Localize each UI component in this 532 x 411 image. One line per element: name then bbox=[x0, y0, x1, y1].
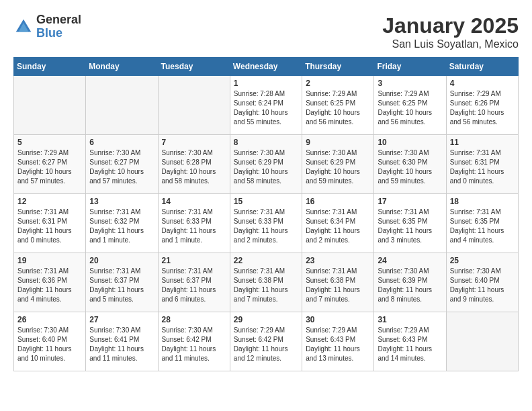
days-header-row: SundayMondayTuesdayWednesdayThursdayFrid… bbox=[14, 58, 519, 76]
day-number: 13 bbox=[89, 197, 154, 206]
calendar-cell bbox=[14, 76, 86, 135]
day-number: 23 bbox=[306, 256, 370, 265]
day-number: 31 bbox=[378, 315, 442, 324]
logo-text: General Blue bbox=[36, 13, 81, 40]
calendar-cell bbox=[86, 76, 158, 135]
calendar-cell: 13Sunrise: 7:31 AM Sunset: 6:32 PM Dayli… bbox=[86, 194, 158, 253]
calendar-cell: 8Sunrise: 7:30 AM Sunset: 6:29 PM Daylig… bbox=[230, 135, 302, 194]
day-info: Sunrise: 7:29 AM Sunset: 6:42 PM Dayligh… bbox=[234, 326, 298, 363]
day-info: Sunrise: 7:31 AM Sunset: 6:35 PM Dayligh… bbox=[378, 208, 442, 245]
day-header-tuesday: Tuesday bbox=[158, 58, 230, 76]
day-info: Sunrise: 7:30 AM Sunset: 6:29 PM Dayligh… bbox=[234, 148, 298, 186]
logo-general: General bbox=[36, 13, 81, 27]
day-number: 18 bbox=[450, 197, 515, 206]
calendar-cell: 4Sunrise: 7:29 AM Sunset: 6:26 PM Daylig… bbox=[446, 76, 518, 135]
day-number: 11 bbox=[450, 138, 515, 147]
calendar-cell: 14Sunrise: 7:31 AM Sunset: 6:33 PM Dayli… bbox=[158, 194, 230, 253]
day-number: 20 bbox=[89, 256, 154, 265]
calendar-cell: 30Sunrise: 7:29 AM Sunset: 6:43 PM Dayli… bbox=[302, 312, 374, 371]
calendar-cell: 11Sunrise: 7:31 AM Sunset: 6:31 PM Dayli… bbox=[446, 135, 518, 194]
day-header-sunday: Sunday bbox=[14, 58, 86, 76]
calendar-cell: 24Sunrise: 7:30 AM Sunset: 6:39 PM Dayli… bbox=[374, 253, 446, 312]
day-number: 15 bbox=[234, 197, 298, 206]
calendar-cell: 18Sunrise: 7:31 AM Sunset: 6:35 PM Dayli… bbox=[446, 194, 518, 253]
day-number: 17 bbox=[378, 197, 442, 206]
calendar-cell: 7Sunrise: 7:30 AM Sunset: 6:28 PM Daylig… bbox=[158, 135, 230, 194]
calendar-cell: 27Sunrise: 7:30 AM Sunset: 6:41 PM Dayli… bbox=[86, 312, 158, 371]
day-info: Sunrise: 7:31 AM Sunset: 6:33 PM Dayligh… bbox=[234, 208, 298, 245]
day-number: 21 bbox=[162, 256, 226, 265]
day-info: Sunrise: 7:30 AM Sunset: 6:28 PM Dayligh… bbox=[162, 148, 226, 186]
day-info: Sunrise: 7:30 AM Sunset: 6:27 PM Dayligh… bbox=[89, 148, 154, 186]
day-number: 25 bbox=[450, 256, 515, 265]
calendar-cell: 22Sunrise: 7:31 AM Sunset: 6:38 PM Dayli… bbox=[230, 253, 302, 312]
day-info: Sunrise: 7:29 AM Sunset: 6:27 PM Dayligh… bbox=[17, 148, 82, 186]
day-number: 22 bbox=[234, 256, 298, 265]
day-info: Sunrise: 7:31 AM Sunset: 6:31 PM Dayligh… bbox=[17, 208, 82, 245]
calendar-cell bbox=[158, 76, 230, 135]
day-info: Sunrise: 7:30 AM Sunset: 6:39 PM Dayligh… bbox=[378, 267, 442, 304]
calendar-cell: 19Sunrise: 7:31 AM Sunset: 6:36 PM Dayli… bbox=[14, 253, 86, 312]
calendar-cell: 1Sunrise: 7:28 AM Sunset: 6:24 PM Daylig… bbox=[230, 76, 302, 135]
day-header-monday: Monday bbox=[86, 58, 158, 76]
day-info: Sunrise: 7:30 AM Sunset: 6:40 PM Dayligh… bbox=[17, 326, 82, 363]
calendar-table: SundayMondayTuesdayWednesdayThursdayFrid… bbox=[13, 57, 519, 371]
calendar-cell: 31Sunrise: 7:29 AM Sunset: 6:43 PM Dayli… bbox=[374, 312, 446, 371]
calendar-cell: 9Sunrise: 7:30 AM Sunset: 6:29 PM Daylig… bbox=[302, 135, 374, 194]
day-info: Sunrise: 7:29 AM Sunset: 6:43 PM Dayligh… bbox=[306, 326, 370, 363]
day-number: 12 bbox=[17, 197, 82, 206]
title-block: January 2025 San Luis Soyatlan, Mexico bbox=[382, 13, 519, 50]
week-row-3: 12Sunrise: 7:31 AM Sunset: 6:31 PM Dayli… bbox=[14, 194, 519, 253]
day-info: Sunrise: 7:31 AM Sunset: 6:38 PM Dayligh… bbox=[306, 267, 370, 304]
day-number: 24 bbox=[378, 256, 442, 265]
day-number: 29 bbox=[234, 315, 298, 324]
calendar-cell bbox=[446, 312, 518, 371]
month-title: January 2025 bbox=[382, 13, 519, 38]
day-info: Sunrise: 7:31 AM Sunset: 6:37 PM Dayligh… bbox=[89, 267, 154, 304]
day-number: 6 bbox=[89, 138, 154, 147]
day-info: Sunrise: 7:31 AM Sunset: 6:31 PM Dayligh… bbox=[450, 148, 515, 186]
page-header: General Blue January 2025 San Luis Soyat… bbox=[13, 13, 519, 50]
calendar-cell: 6Sunrise: 7:30 AM Sunset: 6:27 PM Daylig… bbox=[86, 135, 158, 194]
day-info: Sunrise: 7:29 AM Sunset: 6:25 PM Dayligh… bbox=[378, 89, 442, 127]
day-info: Sunrise: 7:28 AM Sunset: 6:24 PM Dayligh… bbox=[234, 89, 298, 127]
calendar-cell: 25Sunrise: 7:30 AM Sunset: 6:40 PM Dayli… bbox=[446, 253, 518, 312]
week-row-1: 1Sunrise: 7:28 AM Sunset: 6:24 PM Daylig… bbox=[14, 76, 519, 135]
logo-icon bbox=[13, 17, 34, 37]
day-header-saturday: Saturday bbox=[446, 58, 518, 76]
calendar-cell: 21Sunrise: 7:31 AM Sunset: 6:37 PM Dayli… bbox=[158, 253, 230, 312]
day-info: Sunrise: 7:30 AM Sunset: 6:42 PM Dayligh… bbox=[162, 326, 226, 363]
week-row-5: 26Sunrise: 7:30 AM Sunset: 6:40 PM Dayli… bbox=[14, 312, 519, 371]
day-info: Sunrise: 7:29 AM Sunset: 6:43 PM Dayligh… bbox=[378, 326, 442, 363]
day-number: 14 bbox=[162, 197, 226, 206]
calendar-cell: 3Sunrise: 7:29 AM Sunset: 6:25 PM Daylig… bbox=[374, 76, 446, 135]
calendar-cell: 2Sunrise: 7:29 AM Sunset: 6:25 PM Daylig… bbox=[302, 76, 374, 135]
day-info: Sunrise: 7:30 AM Sunset: 6:30 PM Dayligh… bbox=[378, 148, 442, 186]
day-info: Sunrise: 7:29 AM Sunset: 6:25 PM Dayligh… bbox=[306, 89, 370, 127]
day-info: Sunrise: 7:31 AM Sunset: 6:38 PM Dayligh… bbox=[234, 267, 298, 304]
day-number: 7 bbox=[162, 138, 226, 147]
day-header-friday: Friday bbox=[374, 58, 446, 76]
calendar-cell: 10Sunrise: 7:30 AM Sunset: 6:30 PM Dayli… bbox=[374, 135, 446, 194]
day-number: 9 bbox=[306, 138, 370, 147]
week-row-2: 5Sunrise: 7:29 AM Sunset: 6:27 PM Daylig… bbox=[14, 135, 519, 194]
day-header-thursday: Thursday bbox=[302, 58, 374, 76]
day-number: 4 bbox=[450, 79, 515, 88]
day-number: 16 bbox=[306, 197, 370, 206]
day-number: 27 bbox=[89, 315, 154, 324]
calendar-cell: 15Sunrise: 7:31 AM Sunset: 6:33 PM Dayli… bbox=[230, 194, 302, 253]
day-number: 26 bbox=[17, 315, 82, 324]
logo: General Blue bbox=[13, 13, 81, 40]
calendar-cell: 16Sunrise: 7:31 AM Sunset: 6:34 PM Dayli… bbox=[302, 194, 374, 253]
day-info: Sunrise: 7:31 AM Sunset: 6:35 PM Dayligh… bbox=[450, 208, 515, 245]
day-number: 19 bbox=[17, 256, 82, 265]
day-number: 2 bbox=[306, 79, 370, 88]
day-info: Sunrise: 7:30 AM Sunset: 6:29 PM Dayligh… bbox=[306, 148, 370, 186]
week-row-4: 19Sunrise: 7:31 AM Sunset: 6:36 PM Dayli… bbox=[14, 253, 519, 312]
day-number: 10 bbox=[378, 138, 442, 147]
day-number: 30 bbox=[306, 315, 370, 324]
calendar-cell: 28Sunrise: 7:30 AM Sunset: 6:42 PM Dayli… bbox=[158, 312, 230, 371]
day-info: Sunrise: 7:31 AM Sunset: 6:32 PM Dayligh… bbox=[89, 208, 154, 245]
day-info: Sunrise: 7:31 AM Sunset: 6:33 PM Dayligh… bbox=[162, 208, 226, 245]
day-number: 28 bbox=[162, 315, 226, 324]
